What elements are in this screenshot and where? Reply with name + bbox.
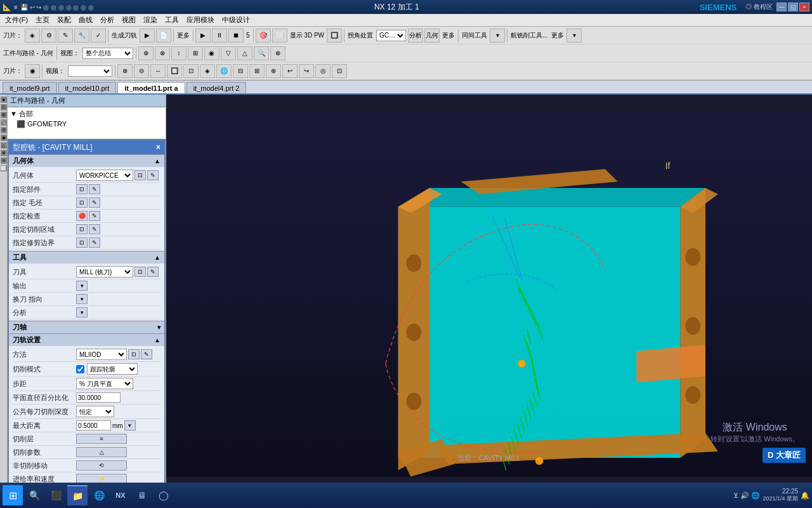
btn-output[interactable]: ▾ bbox=[76, 281, 88, 291]
sb-icon-1[interactable]: ◈ bbox=[1, 97, 7, 103]
select-tool[interactable]: MILL (铣刀) bbox=[76, 266, 133, 277]
menu-render[interactable]: 渲染 bbox=[140, 15, 161, 25]
maximize-button[interactable]: ◱ bbox=[788, 3, 798, 11]
taskbar-explorer[interactable]: 📁 bbox=[67, 485, 88, 505]
tb3-btn8[interactable]: 🌐 bbox=[216, 64, 232, 78]
section-path-settings[interactable]: 刀轨设置 ▲ bbox=[9, 333, 164, 346]
btn-cut-region-sel[interactable]: ⊡ bbox=[76, 224, 88, 234]
tb2-btn4[interactable]: ⊞ bbox=[188, 46, 203, 60]
tb3-btn5[interactable]: 🔲 bbox=[167, 64, 182, 78]
tab-1[interactable]: it_model9.prt bbox=[3, 82, 57, 93]
tb3-btn4[interactable]: ↔ bbox=[150, 64, 166, 78]
sb-icon-3[interactable]: ⊞ bbox=[1, 112, 7, 118]
tb-pause[interactable]: ⏸ bbox=[212, 29, 227, 43]
btn-analysis-tool[interactable]: ▾ bbox=[76, 307, 88, 318]
section-tool[interactable]: 工具 ▲ bbox=[9, 251, 164, 264]
tb-3dpw[interactable]: 🔲 bbox=[327, 29, 342, 43]
tb-btn-1[interactable]: ◈ bbox=[25, 29, 40, 43]
dialog-close-button[interactable]: × bbox=[156, 143, 160, 152]
sb-icon-2[interactable]: ⊡ bbox=[1, 104, 7, 110]
window-controls[interactable]: — ◱ × bbox=[776, 3, 809, 11]
sb-icon-10[interactable]: ⬜ bbox=[1, 165, 7, 171]
cb-cut-mode[interactable] bbox=[76, 365, 84, 373]
tb2-btn8[interactable]: 🔍 bbox=[254, 46, 269, 60]
tb3-btn1[interactable]: ◉ bbox=[25, 64, 40, 78]
taskbar-browser2[interactable]: ◯ bbox=[154, 485, 174, 505]
tb2-btn7[interactable]: △ bbox=[237, 46, 252, 60]
btn-geom-body-1[interactable]: ⊡ bbox=[134, 170, 146, 180]
btn-tool-change[interactable]: ▾ bbox=[76, 294, 88, 304]
btn-trim-sel[interactable]: ⊡ bbox=[76, 237, 88, 248]
input-plane-diam[interactable] bbox=[76, 392, 121, 403]
btn-noncut-move[interactable]: ⟲ bbox=[76, 460, 127, 471]
tb-btn-4[interactable]: 🔧 bbox=[74, 29, 89, 43]
tb-geom[interactable]: 几何 bbox=[424, 29, 440, 43]
tb-play[interactable]: ▶ bbox=[195, 29, 211, 43]
select-method[interactable]: MLIIOD bbox=[76, 349, 127, 360]
tree-item-all[interactable]: ▼ 合部 bbox=[9, 109, 164, 119]
btn-check-edit[interactable]: ✎ bbox=[89, 211, 100, 221]
tb2-btn5[interactable]: ◉ bbox=[204, 46, 219, 60]
tb2-btn2[interactable]: ⊗ bbox=[155, 46, 170, 60]
tab-3[interactable]: it_model11.prt a bbox=[117, 82, 185, 93]
3d-viewport[interactable]: If 激活 Windows 转到'设置'以激活 Windows。 当前：CAVI… bbox=[166, 95, 812, 495]
tb2-view-select[interactable]: 整个总结 bbox=[82, 48, 133, 59]
btn-part-sel[interactable]: ⊡ bbox=[76, 184, 88, 194]
select-cut-depth[interactable]: 恒定 bbox=[76, 406, 114, 417]
btn-geom-body-2[interactable]: ✎ bbox=[147, 170, 159, 180]
notification-area[interactable]: 🔔 bbox=[801, 491, 809, 500]
tb-dropdown[interactable]: ▾ bbox=[566, 29, 582, 43]
close-button[interactable]: × bbox=[799, 3, 809, 11]
tb-stop[interactable]: ⏹ bbox=[228, 29, 244, 43]
sb-icon-6[interactable]: ◉ bbox=[1, 135, 7, 141]
tab-2[interactable]: it_model10.prt bbox=[58, 82, 117, 93]
tab-4[interactable]: it_model4.prt 2 bbox=[187, 82, 247, 93]
menu-app-module[interactable]: 应用模块 bbox=[183, 15, 218, 25]
btn-cut-layers[interactable]: ≡ bbox=[76, 434, 127, 444]
select-step[interactable]: % 刀具平直 bbox=[76, 378, 133, 389]
btn-blank-sel[interactable]: ⊡ bbox=[76, 197, 88, 208]
tb3-btn6[interactable]: ⊡ bbox=[183, 64, 199, 78]
tb3-btn3[interactable]: ⊖ bbox=[134, 64, 149, 78]
tb3-btn12[interactable]: ↩ bbox=[282, 64, 298, 78]
tb3-btn15[interactable]: ⊡ bbox=[332, 64, 347, 78]
tb3-btn9[interactable]: ⊟ bbox=[233, 64, 248, 78]
taskbar-search[interactable]: 🔍 bbox=[24, 485, 44, 505]
menu-file[interactable]: 文件(F) bbox=[1, 15, 32, 25]
taskbar-app5[interactable]: 🖥 bbox=[132, 485, 152, 505]
btn-tool-2[interactable]: ✎ bbox=[147, 267, 159, 277]
btn-blank-edit[interactable]: ✎ bbox=[89, 197, 100, 208]
clock[interactable]: 22:25 2021/1/4 星期 bbox=[763, 488, 798, 503]
tb3-btn7[interactable]: ◈ bbox=[200, 64, 215, 78]
select-geom-body[interactable]: WORKPICCE bbox=[76, 170, 133, 181]
tb-btn-5[interactable]: ✓ bbox=[91, 29, 106, 43]
tb-path-vis1[interactable]: 🎯 bbox=[256, 29, 271, 43]
section-knife-axis[interactable]: 刀轴 ▾ bbox=[9, 321, 164, 333]
sb-icon-7[interactable]: △ bbox=[1, 142, 7, 149]
input-max-dist[interactable] bbox=[76, 420, 111, 431]
tb-more2[interactable]: ▾ bbox=[490, 29, 505, 43]
taskbar-nx[interactable]: NX bbox=[110, 485, 131, 505]
btn-part-edit[interactable]: ✎ bbox=[89, 184, 100, 194]
menu-mid-design[interactable]: 中级设计 bbox=[218, 15, 254, 25]
minimize-button[interactable]: — bbox=[776, 3, 787, 11]
tb-btn-2[interactable]: ⚙ bbox=[41, 29, 56, 43]
btn-method-2[interactable]: ✎ bbox=[141, 349, 152, 359]
sb-icon-9[interactable]: ⊖ bbox=[1, 157, 7, 164]
tb3-btn11[interactable]: ⊕ bbox=[266, 64, 281, 78]
tb3-btn13[interactable]: ↪ bbox=[299, 64, 314, 78]
btn-check-sel[interactable]: 🔴 bbox=[76, 211, 88, 221]
btn-cut-params[interactable]: △ bbox=[76, 447, 127, 457]
select-cut-mode[interactable]: 跟踪轮廓 bbox=[87, 363, 138, 375]
menu-tools[interactable]: 工具 bbox=[161, 15, 183, 25]
tb2-btn6[interactable]: ▽ bbox=[221, 46, 236, 60]
tb2-btn3[interactable]: ↕ bbox=[171, 46, 187, 60]
tb3-btn10[interactable]: ⊞ bbox=[249, 64, 265, 78]
menu-home[interactable]: 主页 bbox=[32, 15, 53, 25]
tb2-btn1[interactable]: ⊕ bbox=[138, 46, 154, 60]
tb-nct-select[interactable]: GC… bbox=[376, 30, 406, 41]
tb-post[interactable]: 📄 bbox=[156, 29, 171, 43]
btn-trim-edit[interactable]: ✎ bbox=[89, 237, 100, 248]
start-button[interactable]: ⊞ bbox=[3, 485, 23, 505]
tb3-btn2[interactable]: ⊕ bbox=[117, 64, 133, 78]
